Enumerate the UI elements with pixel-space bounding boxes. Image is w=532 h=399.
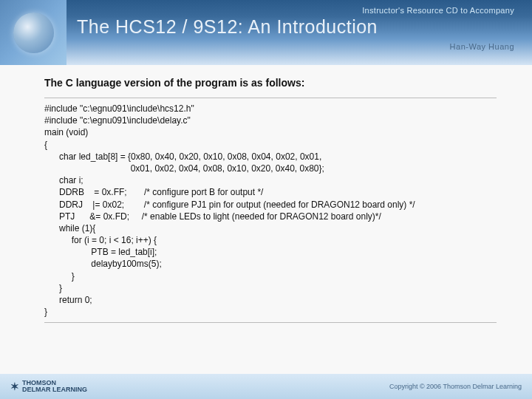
- content-area: The C language version of the program is…: [0, 65, 532, 330]
- globe-icon: [13, 13, 54, 53]
- header-text-block: Instructor's Resource CD to Accompany Th…: [66, 0, 532, 65]
- brand-bottom: DELMAR LEARNING: [22, 386, 87, 393]
- star-icon: ✶: [10, 381, 19, 392]
- header-author: Han-Way Huang: [77, 42, 519, 51]
- footer-bar: ✶ THOMSON DELMAR LEARNING Copyright © 20…: [0, 374, 532, 399]
- header-topline: Instructor's Resource CD to Accompany: [77, 6, 519, 15]
- content-title: The C language version of the program is…: [44, 77, 497, 89]
- footer-copyright: Copyright © 2006 Thomson Delmar Learning: [389, 383, 522, 390]
- footer-brand: ✶ THOMSON DELMAR LEARNING: [10, 380, 87, 393]
- code-listing: #include "c:\egnu091\include\hcs12.h" #i…: [44, 98, 497, 323]
- globe-logo: [0, 0, 66, 65]
- header-banner: Instructor's Resource CD to Accompany Th…: [0, 0, 532, 65]
- header-title: The HCS12 / 9S12: An Introduction: [77, 16, 519, 38]
